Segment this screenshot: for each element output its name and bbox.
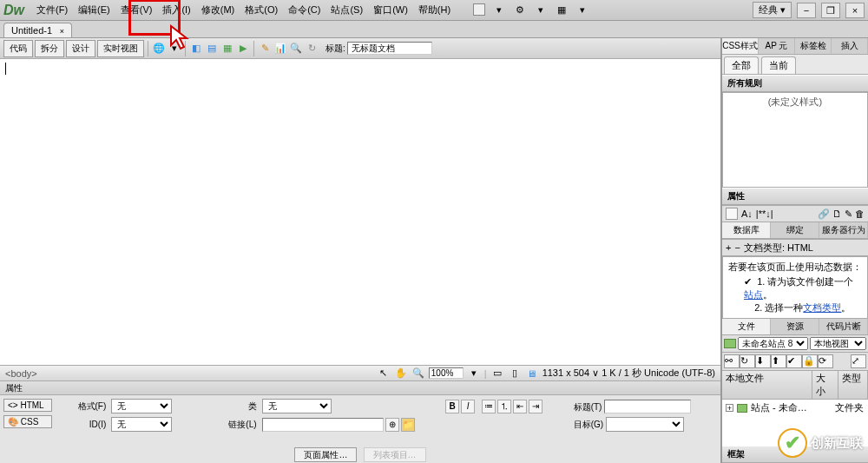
dropdown-icon[interactable]: ▾ (575, 3, 589, 17)
css-styles-tab[interactable]: CSS样式 (722, 38, 759, 54)
menu-site[interactable]: 站点(S) (326, 1, 368, 19)
layout-icon[interactable] (473, 3, 485, 16)
menu-format[interactable]: 格式(O) (240, 1, 283, 19)
page-properties-button[interactable]: 页面属性… (294, 447, 357, 462)
get-icon[interactable]: ⬇ (755, 354, 771, 368)
files-tab[interactable]: 文件 (722, 319, 771, 334)
put-icon[interactable]: ⬆ (771, 354, 786, 368)
view-select[interactable]: 本地视图 (810, 337, 866, 350)
checkout-icon[interactable]: ✔ (786, 354, 802, 368)
expand-icon[interactable]: ⤢ (851, 354, 866, 368)
tag-selector[interactable]: <body> (5, 368, 37, 379)
css-all-subtab[interactable]: 全部 (724, 56, 759, 74)
tool-icon[interactable]: 📊 (273, 42, 287, 56)
split-view-button[interactable]: 拆分 (35, 40, 64, 57)
menu-view[interactable]: 查看(V) (115, 1, 158, 19)
trash-icon[interactable]: 🗑 (855, 208, 865, 220)
remove-icon[interactable]: − (734, 242, 740, 253)
point-to-file-icon[interactable]: ⊕ (385, 418, 399, 432)
file-row[interactable]: + 站点 - 未命… 文件夹 (726, 401, 865, 414)
new-icon[interactable]: 🗋 (832, 208, 842, 220)
refresh-icon[interactable]: ↻ (740, 354, 755, 368)
checkin-icon[interactable]: 🔒 (802, 354, 818, 368)
menu-file[interactable]: 文件(F) (31, 1, 73, 19)
attr-tool-icon[interactable] (726, 208, 738, 220)
link-icon[interactable]: 🔗 (818, 208, 830, 220)
title-attr-input[interactable] (604, 400, 691, 413)
design-view-button[interactable]: 设计 (66, 40, 95, 57)
italic-button[interactable]: I (461, 400, 475, 413)
id-select[interactable]: 无 (111, 417, 172, 432)
zoom-input[interactable] (429, 367, 464, 379)
indent-icon[interactable]: ⇥ (529, 400, 542, 413)
code-view-button[interactable]: 代码 (3, 40, 33, 57)
properties-css-tab[interactable]: 🎨 CSS (3, 415, 52, 428)
add-icon[interactable]: + (726, 242, 731, 253)
menu-help[interactable]: 帮助(H) (413, 1, 456, 19)
browse-folder-icon[interactable]: 📁 (401, 418, 415, 432)
col-localfiles[interactable]: 本地文件 (722, 371, 812, 399)
device-icon[interactable]: ▯ (508, 367, 522, 380)
menu-insert[interactable]: 插入(I) (157, 1, 195, 19)
design-canvas[interactable] (0, 59, 720, 365)
zoom-icon[interactable]: 🔍 (411, 367, 425, 380)
close-tab-icon[interactable]: × (60, 27, 64, 36)
list-ul-icon[interactable]: ≔ (482, 400, 496, 413)
expand-toggle[interactable]: + (726, 404, 733, 412)
properties-html-tab[interactable]: <> HTML (3, 399, 52, 412)
pointer-icon[interactable]: ↖ (377, 367, 391, 380)
site-select[interactable]: 未命名站点 8 (738, 337, 808, 350)
live-view-button[interactable]: 实时视图 (97, 40, 144, 57)
edit-icon[interactable]: ✎ (845, 208, 852, 220)
dropdown-icon[interactable]: ▾ (492, 3, 506, 17)
sync-icon[interactable]: ⟳ (818, 354, 833, 368)
database-tab[interactable]: 数据库 (722, 222, 771, 238)
col-type[interactable]: 类型 (838, 371, 868, 399)
target-select[interactable] (606, 417, 684, 432)
menu-edit[interactable]: 编辑(E) (73, 1, 115, 19)
tool-icon[interactable]: ◧ (189, 42, 203, 56)
chevron-down-icon[interactable]: ▾ (467, 367, 481, 380)
doc-type-link[interactable]: 文档类型 (803, 302, 841, 313)
settings-icon[interactable]: ⚙ (513, 3, 527, 17)
tool-icon[interactable]: ▤ (205, 42, 219, 56)
menu-command[interactable]: 命令(C) (283, 1, 326, 19)
maximize-button[interactable]: ❐ (821, 3, 840, 18)
close-button[interactable]: × (845, 3, 865, 18)
tool-icon[interactable]: ▦ (220, 42, 234, 56)
menu-modify[interactable]: 修改(M) (196, 1, 240, 19)
device-icon[interactable]: 🖥 (525, 367, 539, 380)
chevron-down-icon[interactable]: ▾ (168, 42, 181, 56)
tool-icon[interactable]: ✎ (258, 42, 272, 56)
snippets-tab[interactable]: 代码片断 (819, 319, 868, 334)
list-ol-icon[interactable]: ⒈ (497, 400, 511, 413)
col-size[interactable]: 大小 (812, 371, 838, 399)
tag-inspector-tab[interactable]: 标签检 (795, 38, 832, 54)
menu-window[interactable]: 窗口(W) (368, 1, 413, 19)
dropdown-icon[interactable]: ▾ (534, 3, 548, 17)
css-rules-list[interactable]: (未定义样式) (722, 92, 868, 188)
connect-icon[interactable]: ⚯ (724, 354, 740, 368)
link-input[interactable] (262, 418, 384, 432)
properties-header[interactable]: 属性 (0, 381, 720, 395)
insert-tab[interactable]: 插入 (832, 38, 868, 54)
refresh-icon[interactable]: ↻ (305, 42, 319, 56)
tool-icon[interactable]: 🔍 (289, 42, 303, 56)
grid-icon[interactable]: ▦ (555, 3, 569, 17)
play-icon[interactable]: ▶ (236, 42, 250, 56)
workspace-dropdown[interactable]: 经典 ▾ (753, 2, 792, 18)
create-site-link[interactable]: 站点 (744, 289, 763, 300)
format-select[interactable]: 无 (111, 399, 172, 413)
outdent-icon[interactable]: ⇤ (513, 400, 527, 413)
server-behaviors-tab[interactable]: 服务器行为 (819, 222, 868, 238)
css-current-subtab[interactable]: 当前 (761, 56, 796, 74)
class-select[interactable]: 无 (262, 399, 332, 413)
frames-header[interactable]: 框架 (722, 446, 868, 463)
attributes-header[interactable]: 属性 (722, 188, 868, 205)
bindings-tab[interactable]: 绑定 (771, 222, 819, 238)
hand-icon[interactable]: ✋ (394, 367, 408, 380)
globe-icon[interactable]: 🌐 (152, 42, 166, 56)
files-tree[interactable]: + 站点 - 未命… 文件夹 (722, 400, 868, 446)
bold-button[interactable]: B (445, 400, 459, 413)
ap-elements-tab[interactable]: AP 元 (759, 38, 795, 54)
